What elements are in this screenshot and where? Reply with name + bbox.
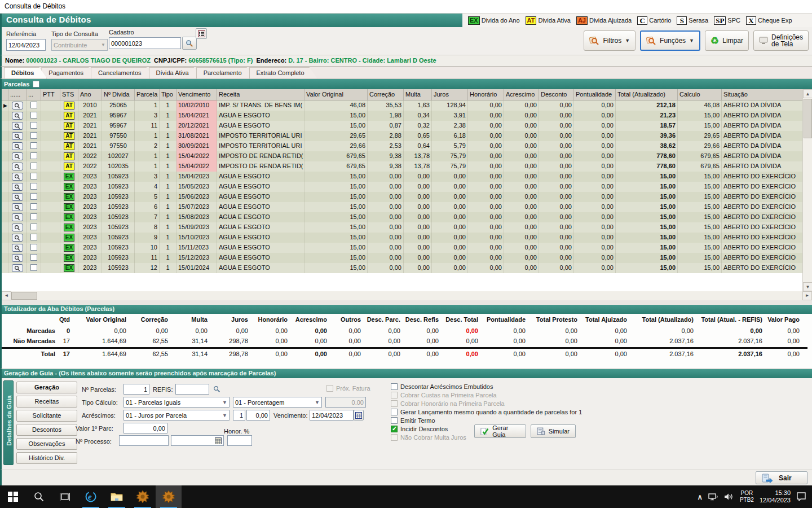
row-select-checkbox[interactable] — [30, 173, 37, 179]
refis-input[interactable] — [175, 384, 209, 395]
row-detail-search-button[interactable] — [12, 244, 23, 252]
calendar-button[interactable] — [354, 410, 364, 421]
row-detail-search-button[interactable] — [12, 102, 23, 110]
parcelas-checkbox[interactable] — [33, 81, 39, 87]
taskbar-clock[interactable]: 15:30 12/04/2023 — [760, 489, 791, 504]
tray-expand-icon[interactable]: ∧ — [697, 493, 703, 501]
row-detail-search-button[interactable] — [12, 132, 23, 140]
guide-nav-geração[interactable]: Geração — [16, 382, 77, 393]
tab-débitos[interactable]: Débitos — [4, 67, 47, 78]
row-select-checkbox[interactable] — [30, 224, 37, 230]
column-header[interactable]: Total (Atualizado) — [616, 89, 678, 100]
column-header[interactable]: Calculo — [678, 89, 722, 100]
column-header[interactable]: ...... — [8, 89, 27, 100]
guide-checkbox-3[interactable]: Gerar Lançamento mesmo quando a quantida… — [391, 409, 582, 415]
guide-nav-histórico-div[interactable]: Histórico Div. — [16, 452, 77, 464]
notification-icon[interactable] — [796, 492, 806, 501]
row-detail-search-button[interactable] — [12, 152, 23, 160]
table-row[interactable]: EX20231059238115/09/2023AGUA E ESGOTO15,… — [2, 222, 804, 233]
sair-button[interactable]: Sair — [756, 471, 807, 484]
simular-button[interactable]: Simular — [531, 424, 576, 438]
column-header[interactable]: Vencimento — [176, 89, 217, 100]
app-icon-1-button[interactable] — [130, 485, 156, 508]
porcentagem-select[interactable]: 01 - Porcentagem▼ — [233, 397, 322, 408]
table-row[interactable]: EX20231059236115/07/2023AGUA E ESGOTO15,… — [2, 202, 804, 212]
table-row[interactable]: EX20231059234115/05/2023AGUA E ESGOTO15,… — [2, 182, 804, 192]
guide-checkbox-5[interactable]: Incidir Descontos — [391, 426, 448, 432]
column-header[interactable]: Valor Original — [304, 89, 368, 100]
row-select-checkbox[interactable] — [30, 193, 37, 200]
row-select-checkbox[interactable] — [30, 203, 37, 210]
scroll-right-icon[interactable]: ► — [802, 291, 812, 300]
table-row[interactable]: AT2021975502130/09/2021IMPOSTO TERRITORI… — [2, 141, 804, 151]
tab-dívida-ativa[interactable]: Dívida Ativa — [149, 67, 202, 78]
referencia-input[interactable]: 12/04/2023 — [6, 39, 46, 51]
tab-parcelamento[interactable]: Parcelamento — [196, 67, 255, 78]
tab-extrato-completo[interactable]: Extrato Completo — [249, 67, 317, 78]
row-select-checkbox[interactable] — [30, 264, 37, 271]
network-icon[interactable] — [708, 493, 718, 501]
porcentagem-amount-input[interactable]: 0.00 — [325, 397, 366, 408]
prox-fatura-checkbox[interactable]: Próx. Fatura — [326, 385, 370, 392]
gerar-guia-button[interactable]: Gerar Guia — [474, 424, 526, 438]
table-row[interactable]: AT20221020271115/04/2022IMPOSTO DE RENDA… — [2, 151, 804, 161]
guide-checkbox-2[interactable]: Cobrar Honorário na Primeira Parcela — [391, 400, 505, 407]
tab-cancelamentos[interactable]: Cancelamentos — [91, 67, 154, 78]
guide-nav-receitas[interactable]: Receitas — [16, 396, 77, 408]
table-row[interactable]: EX20231059239115/10/2023AGUA E ESGOTO15,… — [2, 233, 804, 243]
row-select-checkbox[interactable] — [30, 122, 37, 129]
column-header[interactable]: Receita — [217, 89, 304, 100]
guide-nav-descontos[interactable]: Descontos — [16, 424, 77, 436]
vertical-scrollbar[interactable]: ▲ ▼ — [802, 89, 812, 291]
row-detail-search-button[interactable] — [12, 112, 23, 120]
tab-detalhes-da-guia[interactable]: Detalhes da Guia — [3, 380, 14, 465]
row-detail-search-button[interactable] — [12, 173, 23, 181]
column-header[interactable]: Parcela — [135, 89, 160, 100]
column-header[interactable]: STS — [60, 89, 78, 100]
column-header[interactable]: Nº Divida — [102, 89, 135, 100]
tipo-consulta-select[interactable]: Contribuinte ▼ — [51, 39, 108, 51]
column-header[interactable]: PTT — [41, 89, 60, 100]
num-parcelas-input[interactable]: 1 — [123, 384, 149, 395]
acrescimos-n-input[interactable]: 1 — [233, 410, 245, 421]
scroll-thumb[interactable] — [804, 99, 812, 138]
scroll-up-icon[interactable]: ▲ — [803, 89, 812, 98]
filtros-button[interactable]: Filtros ▼ — [584, 30, 636, 51]
row-select-checkbox[interactable] — [30, 132, 37, 139]
limpar-button[interactable]: ♻ Limpar — [705, 30, 749, 51]
processo-aux-input[interactable] — [171, 435, 224, 446]
start-button[interactable] — [0, 485, 26, 508]
table-row[interactable]: EX20231059233115/04/2023AGUA E ESGOTO15,… — [2, 172, 804, 182]
speaker-icon[interactable] — [724, 493, 734, 501]
row-detail-search-button[interactable] — [12, 254, 23, 262]
row-detail-search-button[interactable] — [12, 203, 23, 211]
refis-search-button[interactable] — [210, 384, 223, 395]
row-select-checkbox[interactable] — [30, 244, 37, 251]
column-header[interactable]: Acrescimo — [504, 89, 539, 100]
column-header[interactable]: Pontualidade — [574, 89, 616, 100]
scroll-thumb[interactable] — [11, 292, 37, 300]
column-header[interactable]: Honorário — [468, 89, 504, 100]
valor1-input[interactable]: 0,00 — [123, 423, 167, 433]
row-select-checkbox[interactable] — [30, 163, 37, 169]
task-view-button[interactable] — [52, 485, 78, 508]
language-indicator[interactable]: POR PTB2 — [740, 490, 754, 503]
cadastro-input[interactable]: 000001023 — [109, 37, 181, 49]
guide-checkbox-0[interactable]: Descontar Acréscimos Embutidos — [391, 383, 493, 390]
cadastro-search-button[interactable] — [182, 37, 197, 50]
table-row[interactable]: EX202310592312115/01/2024AGUA E ESGOTO15… — [2, 263, 804, 273]
table-row[interactable]: AT2021975501131/08/2021IMPOSTO TERRITORI… — [2, 131, 804, 141]
guide-checkbox-1[interactable]: Cobrar Custas na Primeira Parcela — [391, 392, 497, 398]
processo-input[interactable] — [119, 435, 169, 446]
tipo-calculo-select[interactable]: 01 - Parcelas Iguais▼ — [123, 397, 230, 408]
honor-input[interactable] — [227, 435, 252, 446]
column-header[interactable]: Situação — [722, 89, 804, 100]
column-header[interactable]: Ano — [78, 89, 102, 100]
column-header[interactable]: Correção — [368, 89, 404, 100]
funcoes-button[interactable]: Funções ▼ — [640, 30, 700, 51]
app-icon-2-button[interactable] — [156, 485, 182, 508]
column-header[interactable]: Multa — [404, 89, 432, 100]
list-options-button[interactable] — [196, 28, 207, 39]
horizontal-scrollbar[interactable]: ◄ ► — [0, 291, 812, 300]
column-header[interactable]: Juros — [432, 89, 468, 100]
